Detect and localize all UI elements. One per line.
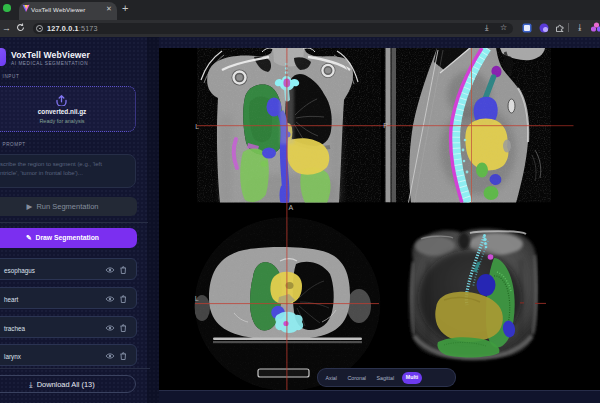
svg-text:L: L (195, 123, 199, 130)
svg-text:A: A (289, 204, 294, 211)
svg-text:P: P (383, 122, 388, 129)
svg-text:L: L (195, 295, 199, 302)
